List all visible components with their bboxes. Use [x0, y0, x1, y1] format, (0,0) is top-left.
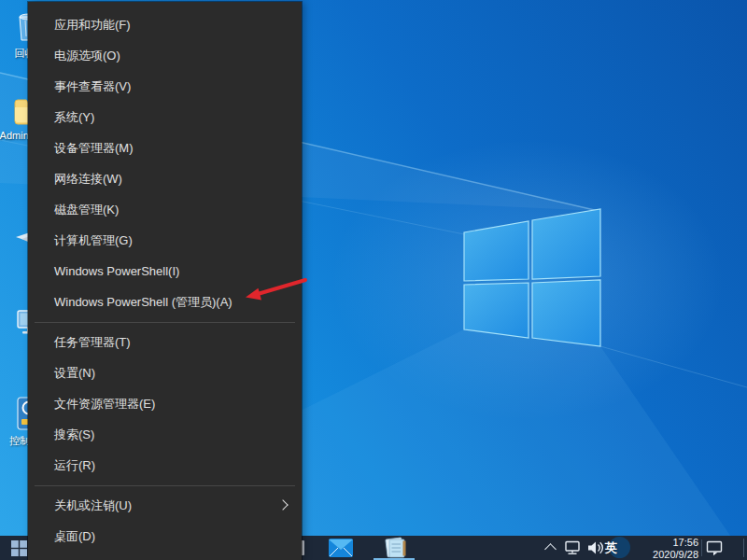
network-tray-button[interactable] — [564, 540, 583, 555]
menu-item-label: 任务管理器(T) — [54, 334, 131, 351]
menu-item[interactable]: 搜索(S) — [28, 419, 302, 450]
menu-item[interactable]: 桌面(D) — [28, 521, 302, 552]
menu-item-label: 设备管理器(M) — [54, 140, 134, 157]
screen: 回收站 Administrator — [0, 0, 747, 560]
tray-clock[interactable]: 17:56 2020/9/28 — [653, 537, 698, 560]
clock-date: 2020/9/28 — [653, 549, 698, 560]
menu-item[interactable]: 设置(N) — [28, 357, 302, 388]
menu-item-label: 设置(N) — [54, 365, 95, 382]
menu-item-label: 电源选项(O) — [54, 48, 120, 64]
ime-indicator[interactable]: 英 — [605, 539, 617, 556]
menu-separator — [28, 317, 302, 327]
menu-item[interactable]: 事件查看器(V) — [28, 71, 302, 102]
menu-item-label: 系统(Y) — [54, 109, 94, 126]
menu-item[interactable]: 设备管理器(M) — [28, 133, 302, 163]
menu-item-label: 计算机管理(G) — [54, 232, 133, 249]
menu-item-label: 事件查看器(V) — [54, 78, 131, 95]
menu-item-label: 运行(R) — [54, 457, 95, 474]
mail-icon — [329, 539, 353, 557]
menu-separator — [28, 481, 302, 490]
winx-menu-items: 应用和功能(F)电源选项(O)事件查看器(V)系统(Y)设备管理器(M)网络连接… — [28, 9, 302, 552]
tray-chevron-up-icon[interactable] — [544, 543, 557, 555]
windows-start-icon — [11, 540, 27, 556]
menu-item-label: Windows PowerShell (管理员)(A) — [54, 294, 233, 311]
winx-menu: 应用和功能(F)电源选项(O)事件查看器(V)系统(Y)设备管理器(M)网络连接… — [28, 2, 302, 560]
mail-app-button[interactable] — [329, 539, 353, 557]
start-button[interactable] — [7, 539, 30, 556]
menu-item-label: Windows PowerShell(I) — [54, 264, 179, 278]
menu-item[interactable]: 应用和功能(F) — [28, 9, 302, 40]
submenu-chevron-icon — [277, 499, 288, 510]
menu-item[interactable]: 网络连接(W) — [28, 163, 302, 194]
notepad-app-button[interactable] — [379, 537, 409, 558]
menu-item-label: 文件资源管理器(E) — [54, 396, 155, 413]
menu-item[interactable]: Windows PowerShell (管理员)(A) — [28, 287, 302, 317]
menu-item[interactable]: 关机或注销(U) — [28, 490, 302, 521]
menu-item-label: 桌面(D) — [54, 528, 95, 545]
menu-item-label: 磁盘管理(K) — [54, 202, 119, 218]
notepad-icon — [379, 537, 409, 558]
tray-separator — [701, 539, 702, 556]
menu-item[interactable]: 磁盘管理(K) — [28, 194, 302, 225]
clock-time: 17:56 — [653, 537, 698, 549]
menu-item[interactable]: 计算机管理(G) — [28, 225, 302, 256]
volume-icon — [587, 540, 606, 555]
menu-item-label: 关机或注销(U) — [54, 497, 132, 514]
volume-tray-button[interactable] — [587, 540, 606, 555]
network-icon — [564, 540, 583, 555]
menu-item[interactable]: 任务管理器(T) — [28, 327, 302, 357]
menu-item-label: 搜索(S) — [54, 427, 94, 443]
menu-item-label: 应用和功能(F) — [54, 17, 131, 34]
menu-item[interactable]: Windows PowerShell(I) — [28, 256, 302, 287]
windows-logo — [464, 209, 600, 346]
show-desktop-divider[interactable] — [743, 539, 744, 557]
menu-item[interactable]: 系统(Y) — [28, 102, 302, 133]
action-center-button[interactable] — [706, 540, 725, 556]
menu-item[interactable]: 电源选项(O) — [28, 40, 302, 71]
menu-item-label: 网络连接(W) — [54, 171, 122, 188]
menu-item[interactable]: 文件资源管理器(E) — [28, 388, 302, 419]
action-center-icon — [706, 540, 725, 556]
menu-item[interactable]: 运行(R) — [28, 450, 302, 481]
